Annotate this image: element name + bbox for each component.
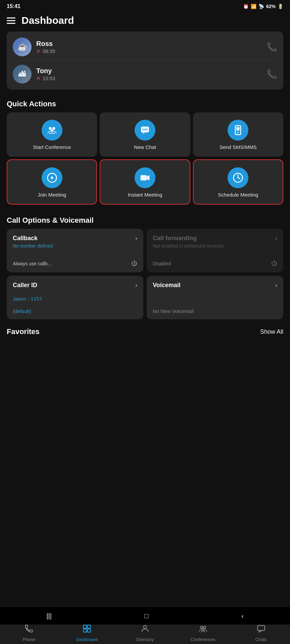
nav-label-conferences: Conferences [191,637,215,642]
schedule-meeting-icon [228,167,248,188]
send-sms-label: Send SMS/MMS [220,144,257,151]
call-forwarding-title: Call forwarding [153,235,197,242]
svg-point-6 [146,129,147,130]
header: Dashboard [0,11,290,32]
svg-rect-21 [257,626,264,631]
nav-item-phone[interactable]: Phone [15,624,42,642]
start-conference-button[interactable]: Start Conference [7,112,97,157]
callback-sub: No number defined [13,243,137,249]
clock-svg [233,172,243,183]
svg-rect-8 [237,127,240,131]
nav-item-directory[interactable]: Directory [132,624,158,642]
nav-item-chats[interactable]: Chats [248,624,275,642]
svg-point-18 [200,626,203,629]
quick-actions-grid: Start Conference New Chat [0,112,290,205]
show-all-button[interactable]: Show All [260,328,283,335]
call-phone-tony[interactable]: 📞 [267,69,277,79]
call-phone-ross[interactable]: 📞 [267,42,277,52]
sys-back-button[interactable]: ‹ [241,612,244,620]
recent-call-tony[interactable]: 🏙 Tony ✕ 15:53 📞 [7,61,283,88]
caller-id-title: Caller ID [13,282,37,289]
svg-point-5 [144,129,146,130]
favorites-title: Favorites [7,327,40,336]
call-forwarding-power-icon[interactable]: ⏻ [271,260,277,267]
voicemail-title: Voicemail [153,282,181,289]
start-conference-label: Start Conference [33,144,71,151]
status-icons: ⏰ 📶 📡 62% 🔋 [243,4,283,9]
svg-point-19 [203,626,206,629]
send-sms-icon [228,120,248,141]
page-title: Dashboard [21,15,74,26]
callback-power-icon[interactable]: ⏻ [131,260,137,267]
svg-point-9 [237,132,239,133]
favorites-header: Favorites Show All [0,327,290,340]
call-options-row2: Caller ID › Jason - 1157 (default) Voice… [0,276,290,319]
callback-card[interactable]: Callback › No number defined Always use … [7,229,143,272]
signal-icon: 📡 [258,4,264,9]
sys-recents-button[interactable]: ||| [46,612,52,620]
svg-point-2 [51,129,53,132]
menu-button[interactable] [7,17,15,24]
new-chat-button[interactable]: New Chat [100,112,190,157]
nav-label-chats: Chats [255,637,267,642]
schedule-meeting-button[interactable]: Schedule Meeting [193,159,283,205]
nav-label-directory: Directory [136,637,154,642]
callback-chevron: › [135,235,137,242]
new-chat-label: New Chat [134,144,156,151]
start-conference-icon [42,120,62,141]
caller-id-sub-extra: (default) [13,308,137,314]
svg-point-17 [143,626,146,629]
status-bar: 15:41 ⏰ 📶 📡 62% 🔋 [0,0,290,11]
join-meeting-button[interactable]: Join Meeting [7,159,97,205]
sys-home-button[interactable]: □ [144,612,148,620]
svg-rect-11 [141,175,147,180]
call-name-ross: Ross [36,40,262,48]
dashboard-nav-icon [82,624,92,636]
callback-title: Callback [13,235,38,242]
svg-rect-14 [87,625,90,628]
schedule-meeting-label: Schedule Meeting [218,192,258,198]
callback-footer: Always use callb... [13,261,51,266]
voicemail-sub: No New Voicemail [153,308,277,314]
call-name-tony: Tony [36,67,262,75]
directory-nav-icon [140,624,150,636]
svg-point-4 [143,129,144,130]
conferences-nav-icon [198,624,208,636]
call-time-tony: 15:53 [43,75,55,81]
call-forwarding-footer: Disabled [153,261,171,266]
recent-call-ross[interactable]: ☕ Ross ✕ 08:35 📞 [7,34,283,60]
wifi-icon: 📶 [251,4,256,9]
phone-nav-icon [24,624,34,636]
instant-meeting-button[interactable]: Instant Meeting [100,159,190,205]
join-meeting-label: Join Meeting [38,192,66,198]
svg-rect-16 [87,629,90,632]
new-chat-icon [135,120,155,141]
video-svg [140,172,150,183]
caller-id-chevron: › [135,282,137,289]
chats-nav-icon [256,624,266,636]
call-forwarding-card[interactable]: Call forwarding › Not enabled in enhance… [147,229,283,272]
chat-svg [140,125,150,136]
svg-point-0 [49,127,51,130]
call-forwarding-chevron: › [275,235,277,242]
nav-item-dashboard[interactable]: Dashboard [74,624,100,642]
status-time: 15:41 [7,3,20,9]
missed-icon-tony: ✕ [36,75,41,82]
sys-nav: ||| □ ‹ [0,607,290,625]
nav-label-phone: Phone [23,637,36,642]
call-options-title: Call Options & Voicemail [0,213,290,229]
call-options-row1: Callback › No number defined Always use … [0,229,290,272]
send-sms-button[interactable]: Send SMS/MMS [193,112,283,157]
conference-svg [47,125,57,136]
avatar-tony: 🏙 [13,65,32,84]
nav-item-conferences[interactable]: Conferences [190,624,216,642]
missed-icon-ross: ✕ [36,48,41,54]
voicemail-card[interactable]: Voicemail › No New Voicemail [147,276,283,319]
caller-id-card[interactable]: Caller ID › Jason - 1157 (default) [7,276,143,319]
join-svg [47,172,57,183]
join-meeting-icon [42,167,62,188]
svg-point-20 [202,629,204,631]
quick-actions-title: Quick Actions [0,96,290,112]
instant-meeting-icon [135,167,155,188]
svg-point-1 [52,127,55,130]
